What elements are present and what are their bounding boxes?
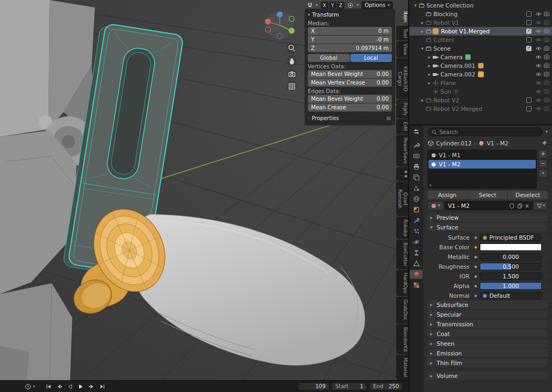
render-properties-tab[interactable] [410,151,423,160]
exclude-checkbox[interactable] [526,29,532,34]
sidebar-tab-kitbash3d-cargo[interactable]: KitBash3D Cargo [396,58,408,99]
object-properties-tab[interactable] [410,205,423,214]
disable-render-camera-icon[interactable] [543,11,550,17]
hide-viewport-eye-icon[interactable] [535,11,542,17]
sidebar-tab-grabdoc[interactable]: GrabDoc [396,297,408,323]
current-frame-field[interactable]: 109 [298,382,329,390]
new-material-copy-icon[interactable] [517,203,523,209]
sidebar-tab-view[interactable]: View [396,41,408,58]
play-reverse-button[interactable] [65,382,75,391]
disable-render-camera-icon[interactable] [543,37,550,43]
play-button[interactable] [76,382,86,391]
texture-properties-tab[interactable] [410,281,423,290]
sidebar-tab-hardops[interactable]: HardOps [396,270,408,296]
pin-icon[interactable] [541,140,548,146]
sidebar-tab-tool[interactable]: Tool [396,26,408,40]
sidebar-tab-rigify[interactable]: Rigify [396,100,408,118]
decorator-dot[interactable] [545,285,548,288]
slot-specials-button[interactable]: ▾ [539,169,548,178]
fake-user-shield-icon[interactable] [509,203,515,209]
panel-coat[interactable]: ▸Coat [427,330,548,338]
transform-panel-header[interactable]: ▾ Transform [308,11,392,19]
decorator-dot[interactable] [545,275,548,278]
properties-editor-type-button[interactable] [410,127,423,136]
search-field[interactable] [427,128,543,136]
viewport-camera-view-button[interactable] [286,68,297,79]
browse-material-button[interactable]: ▾ [427,201,444,210]
expand-icon[interactable]: ▸ [419,97,425,103]
ior-slider[interactable]: 1.500 [480,272,542,280]
outliner-row-camera-002[interactable]: ▸Camera.002 [409,70,552,79]
hide-viewport-eye-icon[interactable] [535,71,542,78]
panel-specular[interactable]: ▸Specular [427,310,548,318]
sidebar-tab-blenderkit[interactable]: BlenderKit [396,324,408,355]
constraints-properties-tab[interactable] [410,248,423,257]
tool-properties-tab[interactable] [410,141,423,150]
properties-subpanel-header[interactable]: › Properties [308,114,392,122]
disable-render-camera-icon[interactable] [543,88,550,95]
options-dropdown[interactable]: Options▾ [361,1,393,9]
proportional-options-chevron-icon[interactable]: ▾ [356,3,358,8]
scene-properties-tab[interactable] [410,184,423,193]
unlink-icon[interactable]: × [525,203,529,209]
outliner-row-blocking[interactable]: Blocking [409,10,552,18]
disable-render-camera-icon[interactable] [543,54,550,60]
disable-render-camera-icon[interactable] [543,71,550,78]
add-slot-button[interactable]: + [539,150,548,158]
sidebar-tab-quad-remesh[interactable]: Quad Remesh [396,181,408,216]
hide-viewport-eye-icon[interactable] [535,54,542,60]
deselect-button[interactable]: Deselect [508,191,548,199]
snap-magnet-icon[interactable] [307,2,313,9]
modifiers-properties-tab[interactable] [410,216,423,225]
sidebar-tab-edit[interactable]: Edit [396,119,408,134]
data-properties-tab[interactable] [410,259,423,268]
mean-vertex-crease-field[interactable]: Mean Vertex Crease 0.00 [308,79,392,87]
hide-viewport-eye-icon[interactable] [535,45,542,52]
remove-slot-button[interactable]: − [539,159,548,168]
breadcrumb-object[interactable]: Cylinder.012 [436,140,472,146]
expand-icon[interactable]: ▸ [426,72,432,77]
sidebar-tab-material[interactable]: Material [396,355,408,380]
jump-to-start-button[interactable] [44,382,53,391]
decorator-dot[interactable] [545,236,548,239]
jump-to-end-button[interactable] [98,382,107,391]
decorator-dot[interactable] [545,265,548,268]
disable-render-camera-icon[interactable] [543,106,550,112]
outliner-row-robot-v1[interactable]: ▸Robot V1 [409,18,552,27]
mean-crease-field[interactable]: Mean Crease 0.00 [308,103,392,111]
expand-icon[interactable]: ▸ [426,80,432,86]
output-properties-tab[interactable] [410,162,423,171]
mirror-z-button[interactable]: Z [337,2,345,9]
material-properties-tab[interactable] [410,270,423,279]
exclude-checkbox[interactable] [526,20,532,25]
alpha-slider[interactable]: 1.000 [480,282,542,290]
panel-transmission[interactable]: ▸Transmission [427,320,548,328]
sidebar-tab-rokoko[interactable]: Rokoko [396,216,408,239]
exclude-checkbox[interactable] [526,46,532,51]
material-slot-list[interactable]: V1 - M1V1 - M2 ▸ [427,150,537,188]
panel-surface[interactable]: ▾Surface [427,223,548,231]
panel-volume[interactable]: ▸Volume [427,372,548,380]
outliner-row-robot-v1-merged[interactable]: ▸Robot V1.Merged [409,27,552,36]
mirror-x-button[interactable]: X [321,2,329,9]
panel-subsurface[interactable]: ▸Subsurface [427,300,548,309]
base-color-swatch[interactable] [480,243,542,251]
proportional-editing-icon[interactable] [347,2,354,9]
select-button[interactable]: Select [468,191,508,199]
panel-thin-film[interactable]: ▸Thin Film [427,359,548,367]
physics-properties-tab[interactable] [410,237,423,247]
hide-viewport-eye-icon[interactable] [535,19,542,26]
disable-render-camera-icon[interactable] [543,28,550,34]
roughness-slider[interactable]: 0.500 [480,263,542,270]
mean-bevel-weight-field[interactable]: Mean Bevel Weight 0.00 [308,70,392,78]
mirror-y-button[interactable]: Y [329,2,336,9]
disable-render-camera-icon[interactable] [543,80,550,86]
global-button[interactable]: Global [308,54,350,62]
material-name-field[interactable]: V1 - M2 × [445,201,533,210]
snap-options-chevron-icon[interactable]: ▾ [316,3,318,8]
decorator-dot[interactable] [545,246,548,249]
slot-list-grip-icon[interactable]: ▸ [430,183,432,187]
disable-render-camera-icon[interactable] [543,45,550,52]
material-slot-v1-m1[interactable]: V1 - M1 [429,151,536,159]
hide-viewport-eye-icon[interactable] [535,37,542,43]
